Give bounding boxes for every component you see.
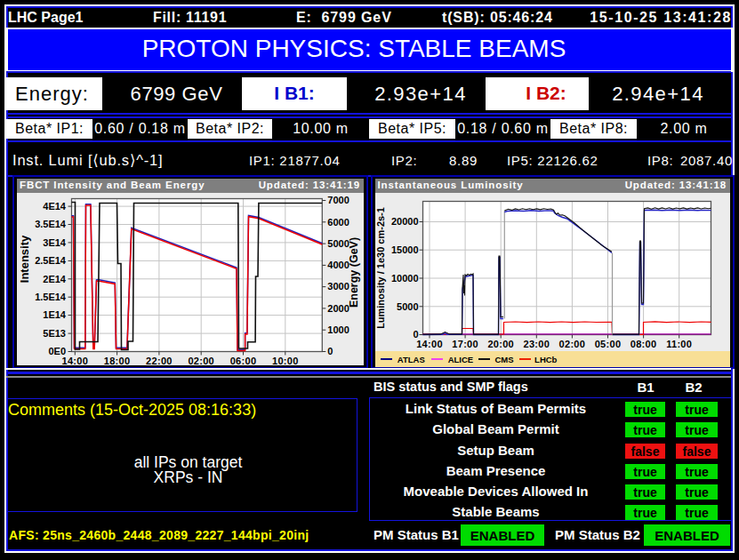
svg-text:20000: 20000	[390, 216, 418, 227]
svg-text:3E14: 3E14	[43, 236, 67, 247]
svg-text:5E13: 5E13	[43, 327, 66, 338]
svg-text:20:00: 20:00	[487, 338, 514, 348]
svg-text:08:00: 08:00	[630, 338, 656, 348]
svg-text:2E14: 2E14	[43, 273, 67, 284]
svg-text:15000: 15000	[390, 244, 418, 254]
svg-text:10000: 10000	[390, 272, 418, 283]
svg-text:14:00: 14:00	[416, 338, 443, 348]
svg-text:2.5E14: 2.5E14	[35, 255, 67, 266]
svg-text:5000: 5000	[327, 237, 349, 248]
svg-text:Intensity: Intensity	[18, 235, 31, 283]
svg-text:6000: 6000	[327, 216, 349, 227]
svg-text:02:00: 02:00	[188, 356, 214, 366]
svg-text:02:00: 02:00	[558, 338, 585, 348]
svg-text:06:00: 06:00	[230, 356, 257, 366]
svg-text:05:00: 05:00	[594, 338, 621, 348]
svg-text:22:00: 22:00	[146, 356, 173, 366]
svg-text:1.5E14: 1.5E14	[35, 292, 67, 302]
svg-text:3.5E14: 3.5E14	[35, 219, 67, 229]
svg-text:7000: 7000	[327, 195, 349, 205]
svg-text:Luminosity / 1e30 cm-2s-1: Luminosity / 1e30 cm-2s-1	[375, 207, 386, 329]
svg-text:5000: 5000	[397, 300, 418, 311]
svg-text:11:00: 11:00	[666, 338, 692, 348]
svg-text:4000: 4000	[327, 260, 349, 270]
svg-text:18:00: 18:00	[104, 356, 131, 366]
svg-text:14:00: 14:00	[61, 356, 88, 366]
svg-text:3000: 3000	[327, 281, 349, 292]
svg-text:23:00: 23:00	[523, 338, 550, 348]
svg-text:1000: 1000	[327, 324, 349, 335]
svg-text:4E14: 4E14	[43, 200, 67, 211]
svg-text:17:00: 17:00	[452, 338, 478, 348]
svg-text:Energy (GeV): Energy (GeV)	[348, 236, 360, 307]
svg-text:2000: 2000	[327, 302, 349, 313]
svg-text:1E14: 1E14	[43, 309, 67, 320]
svg-text:0: 0	[327, 346, 333, 356]
svg-text:10:00: 10:00	[272, 356, 299, 366]
